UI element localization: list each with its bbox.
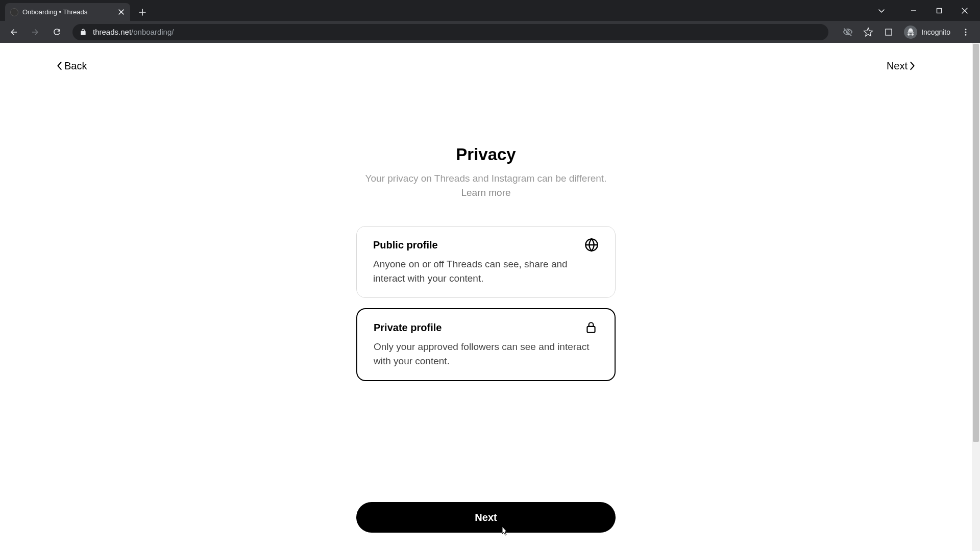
browser-tab-strip: Onboarding • Threads [0,0,980,21]
svg-rect-0 [937,9,942,13]
bookmark-star-icon[interactable] [859,23,877,41]
url-text: threads.net/onboarding/ [93,28,174,36]
lock-icon [80,29,87,36]
option-private-profile[interactable]: Private profile Only your approved follo… [356,308,616,381]
new-tab-button[interactable] [135,5,150,19]
incognito-profile-chip[interactable]: Incognito [900,23,954,41]
svg-rect-1 [886,29,892,35]
option-desc: Only your approved followers can see and… [374,340,598,368]
page-body: Back Next Privacy Your privacy on Thread… [0,43,980,551]
chevron-right-icon [909,61,916,70]
svg-point-3 [965,31,967,33]
option-public-profile[interactable]: Public profile Anyone on or off Threads … [356,226,616,298]
chevron-left-icon [56,61,63,70]
tab-favicon [10,8,18,16]
close-window-icon[interactable] [953,3,976,19]
next-link[interactable]: Next [887,60,916,72]
reload-browser-icon[interactable] [48,23,65,41]
next-button[interactable]: Next [356,502,616,533]
page-subtitle: Your privacy on Threads and Instagram ca… [365,171,607,199]
svg-point-2 [965,29,967,30]
option-title: Public profile [373,239,438,251]
back-link[interactable]: Back [56,60,87,72]
svg-point-4 [965,34,967,35]
lock-icon [584,320,598,335]
minimize-window-icon[interactable] [902,3,925,19]
address-bar[interactable]: threads.net/onboarding/ [72,24,828,40]
incognito-label: Incognito [921,28,950,36]
maximize-window-icon[interactable] [928,3,950,19]
forward-browser-icon [27,23,44,41]
browser-menu-icon[interactable] [957,23,975,41]
scrollbar-thumb[interactable] [973,44,979,442]
onboarding-topnav: Back Next [0,43,972,89]
svg-rect-6 [587,327,595,333]
option-desc: Anyone on or off Threads can see, share … [373,257,599,285]
back-label: Back [64,60,87,72]
extensions-icon[interactable] [879,23,898,41]
option-title: Private profile [374,322,442,334]
browser-tab[interactable]: Onboarding • Threads [5,3,130,21]
incognito-icon [904,26,917,39]
close-tab-icon[interactable] [117,8,125,16]
back-browser-icon[interactable] [5,23,22,41]
learn-more-link[interactable]: Learn more [365,186,607,200]
subtitle-text: Your privacy on Threads and Instagram ca… [365,173,607,184]
tab-title: Onboarding • Threads [22,8,117,16]
tab-search-icon[interactable] [874,3,889,18]
globe-icon [584,238,599,252]
next-label: Next [887,60,908,72]
onboarding-content: Privacy Your privacy on Threads and Inst… [0,145,972,391]
tracking-off-icon[interactable] [839,23,857,41]
page-title: Privacy [456,145,516,164]
window-controls [874,1,980,21]
browser-toolbar: threads.net/onboarding/ Incognito [0,21,980,43]
scrollbar[interactable] [972,43,980,551]
